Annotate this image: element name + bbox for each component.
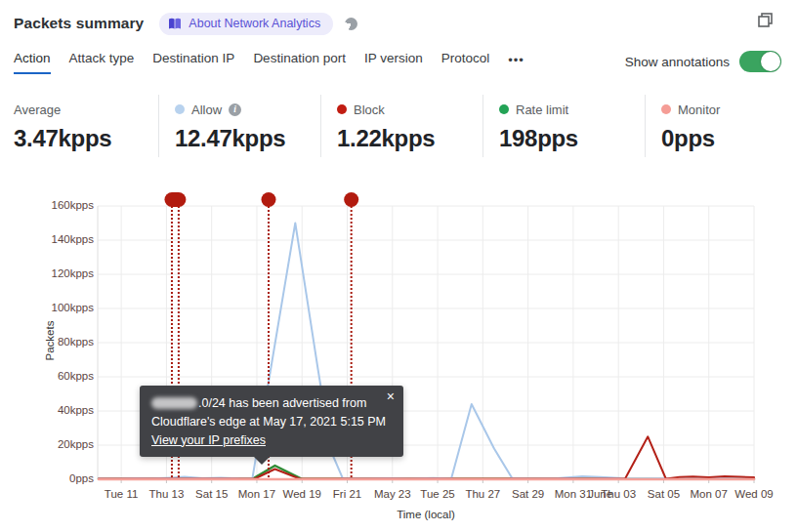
page-title: Packets summary: [14, 15, 144, 32]
stat-label: Average: [14, 102, 61, 117]
tab-ip-version[interactable]: IP version: [364, 51, 423, 72]
tab-attack-type[interactable]: Attack type: [69, 51, 135, 72]
tab-destination-port[interactable]: Destination port: [253, 51, 346, 72]
ytick-label: 60kpps: [29, 370, 94, 382]
stat-rate-limit: Rate limit 198pps: [482, 95, 645, 157]
annotation-marker[interactable]: [164, 192, 186, 207]
stat-label: Block: [354, 102, 385, 117]
toggle-knob: [761, 52, 780, 71]
ytick-label: 80kpps: [29, 336, 94, 348]
stat-value: 198pps: [499, 125, 645, 152]
stat-value: 1.22kpps: [337, 125, 482, 152]
ytick-label: 0pps: [29, 472, 94, 484]
tab-protocol[interactable]: Protocol: [441, 51, 490, 72]
y-axis-title: Packets: [44, 311, 56, 370]
ytick-label: 100kpps: [29, 302, 94, 313]
badge-label: About Network Analytics: [189, 17, 320, 30]
stat-value: 3.47kpps: [14, 125, 158, 152]
tooltip-text-line2: Cloudflare's edge at May 17, 2021 5:15 P…: [151, 413, 392, 431]
stats-row: Average 3.47kpps Allowi 12.47kpps Block …: [0, 95, 797, 157]
tooltip-text-line1: .0/24 has been advertised from: [198, 396, 366, 410]
tab-action[interactable]: Action: [14, 51, 51, 74]
stat-allow: Allowi 12.47kpps: [158, 95, 320, 157]
book-icon: [168, 18, 182, 30]
ytick-label: 160kpps: [29, 199, 94, 211]
stat-block: Block 1.22kpps: [320, 95, 482, 157]
annotation-marker[interactable]: [344, 192, 358, 207]
tooltip-close-icon[interactable]: ×: [387, 389, 395, 404]
stat-label: Allow: [191, 102, 222, 117]
show-annotations-label: Show annotations: [625, 55, 730, 69]
stat-label: Rate limit: [516, 102, 568, 117]
stat-label: Monitor: [678, 102, 720, 117]
stat-monitor: Monitor 0pps: [645, 95, 797, 157]
about-network-analytics-badge[interactable]: About Network Analytics: [159, 13, 333, 35]
xtick-label: Wed 09: [724, 488, 784, 500]
stat-average: Average 3.47kpps: [0, 95, 158, 157]
stat-value: 0pps: [661, 125, 797, 152]
ytick-label: 20kpps: [29, 438, 94, 450]
tabs-overflow-icon[interactable]: •••: [508, 51, 524, 67]
annotation-marker[interactable]: [261, 192, 275, 207]
pie-icon[interactable]: [345, 18, 357, 30]
tab-destination-ip[interactable]: Destination IP: [152, 51, 234, 72]
info-icon[interactable]: i: [229, 103, 241, 116]
packets-summary-card: Packets summary About Network Analytics …: [0, 0, 797, 532]
ytick-label: 40kpps: [29, 404, 94, 416]
packets-chart: 0pps20kpps40kpps60kpps80kpps100kpps120kp…: [0, 185, 797, 532]
view-ip-prefixes-link[interactable]: View your IP prefixes: [151, 433, 266, 447]
monitor-dot: [661, 104, 671, 114]
x-axis-title: Time (local): [328, 509, 524, 520]
ytick-label: 120kpps: [29, 267, 94, 279]
breakdown-tabs: Action Attack type Destination IP Destin…: [14, 51, 781, 76]
annotation-tooltip: × .0/24 has been advertised from Cloudfl…: [140, 386, 403, 457]
xtick-label: June: [570, 488, 631, 500]
show-annotations-toggle[interactable]: [739, 51, 781, 72]
tooltip-caret: [253, 456, 271, 465]
chart-canvas: [0, 185, 797, 532]
stat-value: 12.47kpps: [175, 125, 320, 152]
ytick-label: 140kpps: [29, 233, 94, 245]
header: Packets summary About Network Analytics: [14, 10, 781, 37]
popout-icon[interactable]: [757, 12, 774, 32]
block-dot: [337, 104, 347, 114]
allow-dot: [175, 104, 185, 114]
rate-limit-dot: [499, 104, 509, 114]
redacted-ip-prefix: [151, 397, 197, 409]
